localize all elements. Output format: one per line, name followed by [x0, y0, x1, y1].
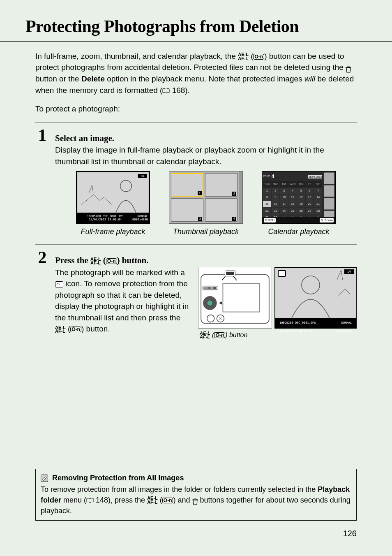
figure-caption: Calendar playback — [262, 226, 336, 237]
will-word: will — [304, 74, 315, 83]
step-body-text: The photograph will be marked with a — [55, 268, 185, 277]
note-body: menu ( — [61, 496, 86, 504]
step-body-text: ( — [66, 324, 71, 333]
cal-cell: 5 — [297, 188, 305, 194]
cal-cell: 28 — [314, 208, 322, 214]
svg-rect-0 — [78, 172, 148, 213]
cal-cell: 10 — [280, 195, 288, 201]
step-title-part: Press the — [55, 255, 90, 265]
cal-cell: 22 — [263, 208, 271, 214]
step-title-part: ) button. — [117, 255, 149, 265]
page-ref: 168). — [170, 86, 190, 95]
cal-cell: 18 — [288, 201, 297, 207]
cal-day-header: Tue — [280, 181, 288, 188]
cal-cell: 23 — [272, 208, 280, 214]
thumb-index: 2 — [232, 192, 236, 196]
screen-info: 100D5200 DSC_0001.JPG — [278, 320, 318, 325]
protected-marker-icon — [278, 270, 286, 277]
note-box: Removing Protection from All Images To r… — [35, 469, 357, 521]
protected-marker-icon — [55, 281, 63, 287]
svg-point-22 — [207, 300, 213, 306]
note-body: ( — [158, 496, 162, 504]
cal-stamp: 15/04 /2012 — [308, 175, 322, 179]
screen-info: 6000x4000 — [334, 329, 353, 334]
protect-key-icon: O-n — [253, 54, 264, 60]
svg-text:1/4: 1/4 — [141, 175, 145, 178]
step-2: 2 Press the (O-n) button. The photograph… — [35, 245, 357, 347]
protect-key-icon: O-n — [214, 332, 225, 338]
step-body-text: icon. To remove protection from the phot… — [55, 279, 189, 322]
cal-foot-right: ⊕ Zoom — [320, 218, 334, 223]
cal-cell: 7 — [314, 188, 322, 194]
screen-info: NORMAL — [334, 320, 353, 325]
heading-rule — [0, 41, 392, 43]
intro-text: button or the — [35, 74, 81, 83]
ael-afl-icon — [238, 53, 249, 61]
trash-icon — [192, 497, 198, 504]
button-caption: ( — [210, 331, 214, 338]
book-icon — [162, 88, 170, 93]
step-body-text: Display the image in full-frame playback… — [55, 144, 357, 167]
intro-text: option in the playback menu. Note that p… — [105, 74, 304, 83]
cal-cell: 27 — [306, 208, 314, 214]
cal-day-header: Fri — [306, 181, 314, 188]
step-1: 1 Select an image. Display the image in … — [35, 123, 357, 245]
figure-caption: Thumbnail playback — [169, 226, 243, 237]
step-title: Press the (O-n) button. — [55, 254, 149, 266]
ael-afl-icon — [55, 326, 66, 334]
svg-rect-6 — [226, 272, 234, 275]
step-body-text: ) button. — [81, 324, 110, 333]
button-caption: ) button — [225, 331, 247, 338]
note-body: To remove protection from all images in … — [41, 485, 318, 493]
cal-cell: 20 — [306, 201, 314, 207]
cal-day-header: Thu — [297, 181, 305, 188]
protect-key-icon: O-n — [162, 498, 173, 503]
ael-afl-icon — [200, 331, 210, 340]
cal-cell: 9 — [272, 195, 280, 201]
screen-info: 15/04/2012 10:00:04 — [278, 329, 318, 334]
note-title-text: Removing Protection from All Images — [52, 473, 184, 483]
thumb-index: 4 — [232, 217, 236, 221]
result-screen-illustration: 1/4 100D5200 DSC_0001.JPG — [274, 267, 357, 329]
cal-cell: 24 — [280, 208, 288, 214]
protect-key-icon: O-n — [70, 327, 81, 332]
thumb-index: 3 — [198, 217, 202, 221]
cal-cell: 2 — [272, 188, 280, 194]
step-title-part: ( — [101, 255, 106, 265]
cal-day-header: Mon — [272, 181, 280, 188]
figure-calendar: 2012 4 15/04 /2012 Sun Mon Tue Wed — [262, 171, 336, 237]
intro-text: ( — [249, 52, 254, 60]
cal-cell: 12 — [297, 195, 305, 201]
figure-thumbnail: 1 2 3 4 Thumbnail playback — [169, 171, 243, 237]
trash-icon — [346, 65, 351, 71]
intro-text: In full-frame, zoom, thumbnail, and cale… — [35, 52, 238, 60]
cal-year: 2012 — [263, 174, 270, 179]
svg-text:1/4: 1/4 — [347, 270, 351, 273]
page-ref: 148), press the — [94, 496, 147, 504]
cal-day-header: Wed — [288, 181, 297, 188]
ael-afl-icon — [90, 257, 101, 266]
cal-cell: 21 — [314, 201, 322, 207]
screen-info: 15/04/2012 10:00:04 — [89, 218, 122, 221]
page-title: Protecting Photographs from Deletion — [25, 14, 380, 39]
delete-word: Delete — [81, 74, 105, 83]
pencil-icon — [41, 474, 48, 482]
intro-lead: To protect a photograph: — [35, 103, 357, 115]
cal-cell: 4 — [288, 188, 297, 194]
page-number: 126 — [343, 528, 357, 540]
protect-key-icon: O-n — [106, 258, 117, 264]
cal-cell-selected: 15 — [263, 201, 271, 207]
thumb-index: 1 — [198, 191, 202, 195]
cal-cell: 11 — [288, 195, 297, 201]
cal-month: 4 — [272, 173, 274, 180]
step-number: 2 — [35, 249, 49, 266]
cal-cell: 1 — [263, 188, 271, 194]
cal-cell: 16 — [272, 201, 280, 207]
cal-cell: 6 — [306, 188, 314, 194]
cal-cell: 13 — [306, 195, 314, 201]
calendar-grid: Sun Mon Tue Wed Thu Fri Sat 1234567 8910 — [263, 181, 322, 221]
cal-cell: 17 — [280, 201, 288, 207]
cal-cell: 14 — [314, 195, 322, 201]
intro-block: In full-frame, zoom, thumbnail, and cale… — [35, 51, 357, 115]
cal-day-header: Sun — [263, 181, 271, 188]
